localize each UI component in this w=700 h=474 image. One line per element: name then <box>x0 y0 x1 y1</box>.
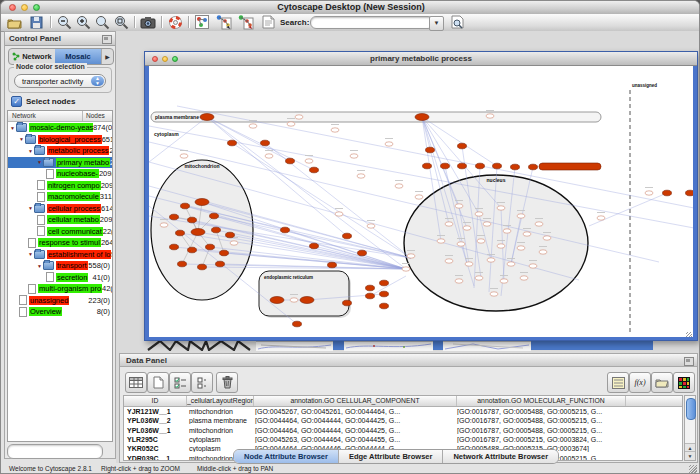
float-panel-icon[interactable] <box>102 35 112 44</box>
table-row-yjr121w-1[interactable]: YJR121W__1mitochondrion[GO:0045267, GO:0… <box>124 407 682 416</box>
column-header-filler[interactable] <box>626 396 683 406</box>
network-node-unselected[interactable] <box>463 226 471 230</box>
network-node-unselected[interactable] <box>445 259 453 263</box>
tree-row-unassigned[interactable]: unassigned223(0) <box>8 295 112 307</box>
network-node-unselected[interactable] <box>402 267 410 271</box>
tree-row-macromolecule[interactable]: macromolecule311(0) <box>8 191 112 203</box>
network-node-unselected[interactable] <box>543 236 551 240</box>
network-node-unselected[interactable] <box>395 184 403 188</box>
tree-column-divider[interactable] <box>82 111 83 121</box>
table-cell[interactable]: plasma membrane <box>186 417 252 424</box>
network-node-unselected[interactable] <box>517 214 525 218</box>
table-cell[interactable]: [GO:0044464, GO:0044444, GO:0044425, G..… <box>252 427 454 434</box>
network-node-selected[interactable] <box>228 140 237 146</box>
table-row-ypl036w-2[interactable]: YPL036W__2plasma membrane[GO:0044464, GO… <box>124 416 682 425</box>
network-node-unselected[interactable] <box>457 242 465 246</box>
table-cell[interactable]: cytoplasm <box>186 436 252 443</box>
network-node-selected[interactable] <box>286 158 295 164</box>
scrollbar-thumb[interactable] <box>686 398 696 420</box>
snapshot-camera-icon[interactable] <box>138 14 157 30</box>
heatmap-icon[interactable] <box>673 372 695 393</box>
network-node-unselected[interactable] <box>455 279 463 283</box>
network-node-unselected[interactable] <box>230 241 238 245</box>
save-icon[interactable] <box>27 14 46 30</box>
select-attributes-icon[interactable] <box>169 372 191 393</box>
network-node-selected[interactable] <box>441 163 450 169</box>
network-node-unselected[interactable] <box>350 154 358 158</box>
network-node-unselected[interactable] <box>465 262 473 266</box>
network-node-selected[interactable] <box>195 199 209 206</box>
network-canvas[interactable]: plasma membranecytoplasmmitochondrionnuc… <box>149 66 693 332</box>
table-cell[interactable]: YLR295C <box>124 436 186 443</box>
network-node-selected[interactable] <box>191 229 205 236</box>
zoom-selected-icon[interactable] <box>93 14 112 30</box>
table-cell[interactable]: [GO:0016787, GO:0005488, GO:0005215, G..… <box>454 427 622 434</box>
search-input[interactable] <box>310 16 434 29</box>
new-attribute-icon[interactable] <box>147 372 169 393</box>
network-node-unselected[interactable] <box>483 222 491 226</box>
expander-icon[interactable]: ▼ <box>37 159 42 165</box>
network-node-unselected[interactable] <box>500 279 508 283</box>
network-node-selected[interactable] <box>210 213 219 219</box>
vizmapper-icon[interactable] <box>192 14 211 30</box>
resize-grip-icon[interactable] <box>689 465 697 473</box>
tree-row-secretion[interactable]: secretion41(0) <box>8 272 112 284</box>
network-node-selected[interactable] <box>476 163 485 169</box>
network-node-selected[interactable] <box>261 140 270 146</box>
tab-network[interactable]: Network <box>9 49 55 64</box>
table-cell[interactable]: [GO:0016787, GO:0005215, GO:0003824, G..… <box>454 436 622 443</box>
network-node-unselected[interactable] <box>290 298 298 302</box>
float-panel-icon[interactable] <box>684 357 694 366</box>
delete-attribute-icon[interactable] <box>216 372 238 393</box>
column-header-id[interactable]: ID <box>124 396 187 406</box>
table-cell[interactable]: YPL036W__1 <box>124 427 186 434</box>
import-attributes-icon[interactable] <box>651 372 673 393</box>
network-node-selected[interactable] <box>310 167 319 173</box>
network-node-selected[interactable] <box>426 147 435 153</box>
table-cell[interactable]: [GO:0016787, GO:0005488, GO:0005215, G..… <box>454 408 622 415</box>
network-node-unselected[interactable] <box>487 258 495 262</box>
network-node-selected[interactable] <box>226 232 235 238</box>
network-node-unselected[interactable] <box>597 216 605 220</box>
expander-icon[interactable]: ▼ <box>28 205 33 211</box>
network-node-unselected[interactable] <box>305 159 313 163</box>
network-node-selected[interactable] <box>300 297 314 304</box>
zoom-in-icon[interactable] <box>74 14 93 30</box>
network-node-unselected[interactable] <box>455 204 463 208</box>
network-node-unselected[interactable] <box>523 232 531 236</box>
network-node-selected[interactable] <box>220 250 229 256</box>
network-node-unselected[interactable] <box>295 115 303 119</box>
network-node-unselected[interactable] <box>367 224 375 228</box>
table-cell[interactable]: mitochondrion <box>186 427 252 434</box>
expander-icon[interactable]: ▼ <box>28 148 33 154</box>
table-cell[interactable]: [GO:0044464, GO:0044444, GO:0044425, G..… <box>252 417 454 424</box>
select-nodes-checkbox[interactable]: ✓ <box>11 96 22 107</box>
tree-row-nucleobase[interactable]: nucleobase-209(0) <box>8 168 112 180</box>
tab-overflow-arrow[interactable]: ▶ <box>101 49 113 64</box>
column-header-cellularlayoutregion[interactable]: _cellularLayoutRegion <box>187 396 254 406</box>
network-node-unselected[interactable] <box>497 206 505 210</box>
tree-row-cellular-process[interactable]: ▼cellular process614(0) <box>8 203 112 215</box>
network-node-selected[interactable] <box>328 262 337 268</box>
help-ring-icon[interactable] <box>166 14 185 30</box>
network-node-selected[interactable] <box>343 300 352 306</box>
search-options-icon[interactable] <box>448 14 467 30</box>
network-node-selected[interactable] <box>178 261 187 267</box>
network-node-selected[interactable] <box>170 214 179 220</box>
zoom-out-icon[interactable] <box>55 14 74 30</box>
tab-network-attribute-browser[interactable]: Network Attribute Browser <box>443 450 558 463</box>
node-color-combobox[interactable]: transporter activity ▲▼ <box>14 74 106 88</box>
modify-view-icon[interactable] <box>236 14 255 30</box>
network-node-selected[interactable] <box>212 227 221 233</box>
network-node-unselected[interactable] <box>287 122 295 126</box>
network-node-selected[interactable] <box>366 293 375 299</box>
network-node-selected[interactable] <box>493 163 502 169</box>
network-node-unselected[interactable] <box>335 212 343 216</box>
tree-row-transport[interactable]: ▼transport558(0) <box>8 260 112 272</box>
network-node-unselected[interactable] <box>490 292 498 296</box>
network-node-selected[interactable] <box>423 163 432 169</box>
network-node-unselected[interactable] <box>475 212 483 216</box>
network-node-unselected[interactable] <box>486 114 494 118</box>
tree-row-primary-metabo[interactable]: ▼primary metabo209(... <box>8 157 112 169</box>
tree-row-mosaic-demo-yeast[interactable]: ▼mosaic-demo-yeast874(0) <box>8 122 112 134</box>
